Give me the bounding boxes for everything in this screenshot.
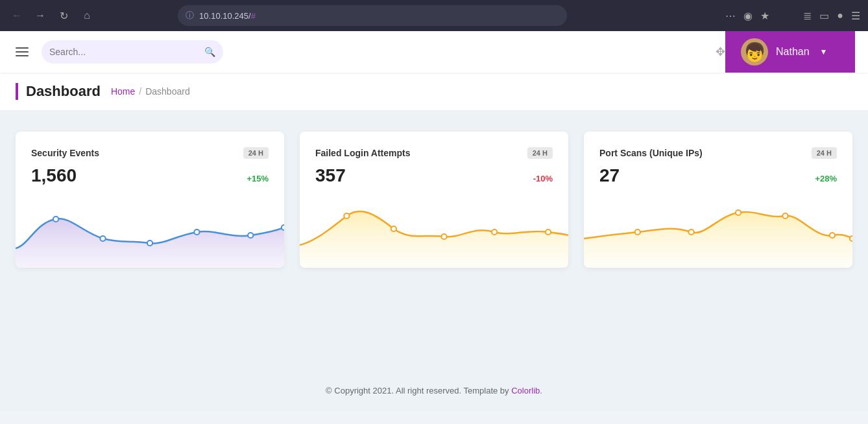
forward-button[interactable]: → (31, 6, 49, 25)
browser-chrome: ← → ↻ ⌂ ⓘ 10.10.10.245/# ⋯ ◉ ★ ≣ ▭ ● ☰ (0, 0, 868, 31)
card-change: -10% (533, 174, 553, 183)
svg-point-4 (248, 233, 253, 238)
svg-point-12 (688, 230, 693, 235)
footer-period: . (540, 386, 542, 395)
port-scans-chart (584, 196, 852, 268)
svg-point-7 (391, 226, 396, 231)
profile-icon[interactable]: ● (837, 10, 843, 21)
page-title: Dashboard (16, 83, 101, 100)
card-value: 357 (315, 165, 346, 186)
library-icon[interactable]: ≣ (803, 10, 812, 22)
cards-row: Security Events 24 H 1,560 +15% (16, 132, 852, 268)
card-title: Failed Login Attempts (315, 148, 410, 158)
security-events-chart (16, 196, 284, 268)
svg-point-16 (850, 236, 852, 241)
svg-point-11 (635, 230, 640, 235)
bookmark-icon[interactable]: ★ (760, 10, 769, 22)
svg-point-2 (147, 241, 152, 246)
card-badge: 24 H (243, 147, 269, 159)
card-title: Port Scans (Unique IPs) (599, 148, 703, 158)
avatar: 👦 (741, 38, 768, 65)
svg-point-13 (736, 210, 741, 215)
menu-icon[interactable]: ☰ (851, 10, 860, 22)
chart-area (16, 196, 284, 268)
hamburger-button[interactable] (13, 45, 31, 59)
footer: © Copyright 2021. All right reserved. Te… (0, 370, 868, 411)
user-profile[interactable]: 👦 Nathan ▼ (725, 31, 855, 73)
svg-point-10 (546, 230, 551, 235)
more-menu-icon[interactable]: ⋯ (725, 10, 736, 22)
svg-point-15 (830, 233, 835, 238)
svg-point-1 (100, 236, 105, 241)
svg-point-3 (194, 230, 199, 235)
card-badge: 24 H (812, 147, 837, 159)
card-value: 1,560 (31, 165, 77, 186)
svg-point-5 (282, 225, 284, 230)
svg-point-9 (492, 230, 497, 235)
home-button[interactable]: ⌂ (78, 6, 96, 25)
user-name: Nathan (776, 46, 810, 58)
footer-text: © Copyright 2021. All right reserved. Te… (326, 386, 511, 395)
expand-button[interactable]: ✥ (716, 45, 725, 59)
svg-point-14 (782, 213, 788, 218)
back-button[interactable]: ← (8, 6, 26, 25)
card-value: 27 (599, 165, 620, 186)
port-scans-card: Port Scans (Unique IPs) 24 H 27 +28% (584, 132, 852, 268)
card-change: +15% (247, 174, 269, 183)
card-title: Security Events (31, 148, 99, 158)
card-header: Failed Login Attempts 24 H (315, 147, 553, 159)
synced-tabs-icon[interactable]: ▭ (819, 10, 829, 22)
url-text: 10.10.10.245/# (199, 11, 559, 21)
security-events-card: Security Events 24 H 1,560 +15% (16, 132, 284, 268)
main-content: Security Events 24 H 1,560 +15% (0, 111, 868, 370)
page-title-bar: Dashboard Home / Dashboard (0, 73, 868, 111)
breadcrumb: Home / Dashboard (111, 86, 190, 97)
search-input[interactable] (49, 47, 199, 57)
card-badge: 24 H (527, 147, 553, 159)
breadcrumb-separator: / (139, 86, 141, 97)
card-value-row: 1,560 +15% (31, 165, 269, 186)
failed-login-chart (300, 196, 568, 268)
pocket-icon[interactable]: ◉ (743, 10, 753, 22)
svg-point-8 (441, 234, 446, 239)
app-header: 🔍 ✥ 👦 Nathan ▼ (0, 31, 868, 73)
breadcrumb-home[interactable]: Home (111, 86, 135, 97)
address-bar[interactable]: ⓘ 10.10.10.245/# (178, 5, 567, 26)
chart-area (584, 196, 852, 268)
search-wrapper: 🔍 (42, 40, 223, 64)
failed-login-card: Failed Login Attempts 24 H 357 -10% (300, 132, 568, 268)
browser-toolbar-right: ⋯ ◉ ★ ≣ ▭ ● ☰ (725, 10, 860, 22)
reload-button[interactable]: ↻ (54, 6, 73, 25)
svg-point-0 (53, 217, 58, 222)
svg-point-6 (344, 213, 349, 218)
card-value-row: 27 +28% (599, 165, 837, 186)
breadcrumb-current: Dashboard (145, 86, 190, 97)
chart-area (300, 196, 568, 268)
info-icon: ⓘ (186, 10, 194, 21)
card-value-row: 357 -10% (315, 165, 553, 186)
chevron-down-icon: ▼ (820, 47, 828, 56)
search-icon: 🔍 (204, 47, 215, 57)
card-header: Security Events 24 H (31, 147, 269, 159)
card-header: Port Scans (Unique IPs) 24 H (599, 147, 837, 159)
footer-link[interactable]: Colorlib (511, 386, 540, 395)
card-change: +28% (815, 174, 837, 183)
